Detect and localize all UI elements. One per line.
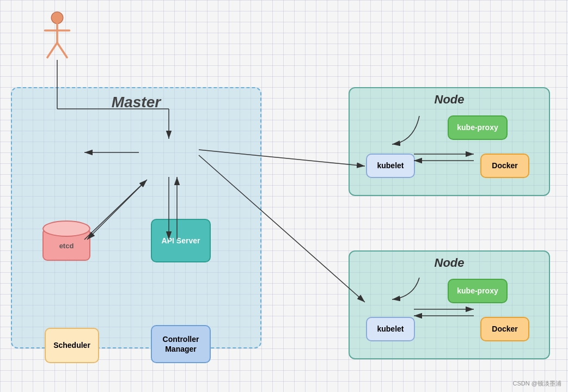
node-2-label: Node <box>435 256 465 270</box>
kube-proxy-1-component: kube-proxy <box>448 115 508 140</box>
svg-line-3 <box>47 43 57 58</box>
svg-line-4 <box>57 43 67 58</box>
node-1-box: Node kube-proxy kubelet Docker <box>349 87 550 196</box>
docker-1-component: Docker <box>480 154 529 178</box>
kube-proxy-2-component: kube-proxy <box>448 279 508 303</box>
person-figure <box>38 11 76 60</box>
svg-text:etcd: etcd <box>59 242 74 250</box>
node-2-box: Node kube-proxy kubelet Docker <box>349 250 550 359</box>
kubelet-2-component: kubelet <box>366 317 415 341</box>
controller-manager-component: ControllerManager <box>151 325 211 363</box>
watermark: CSDN @顿淡墨浦 <box>513 379 561 388</box>
docker-2-component: Docker <box>480 317 529 341</box>
controller-manager-label: ControllerManager <box>163 334 199 354</box>
node-1-label: Node <box>435 93 465 107</box>
api-server-component: API Server <box>151 219 211 262</box>
kubelet-1-component: kubelet <box>366 154 415 178</box>
etcd-component: etcd <box>42 219 91 265</box>
master-label: Master <box>112 94 161 111</box>
svg-point-6 <box>43 221 90 236</box>
scheduler-component: Scheduler <box>45 328 99 363</box>
svg-point-0 <box>51 12 63 24</box>
master-box: Master etcd API Server Scheduler Control… <box>11 87 261 348</box>
